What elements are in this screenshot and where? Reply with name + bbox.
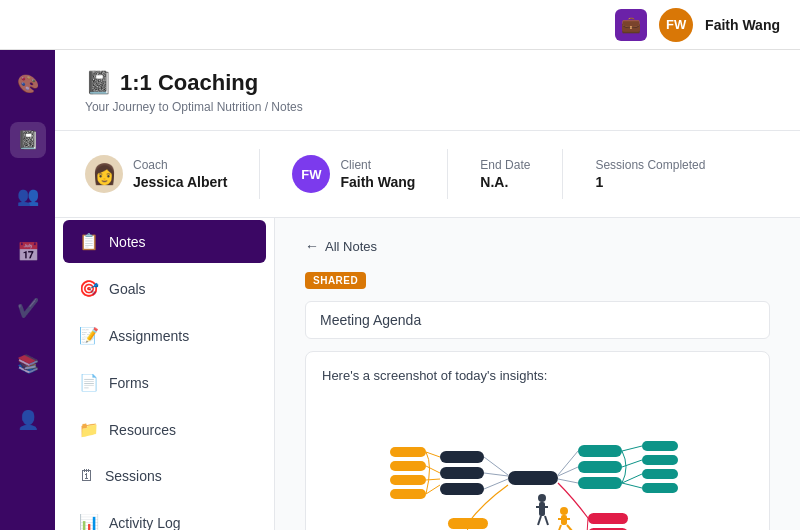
nav-item-activity-log[interactable]: 📊 Activity Log — [63, 501, 266, 530]
coach-avatar: 👩 — [85, 155, 123, 193]
svg-line-43 — [558, 525, 561, 530]
nav-item-sessions[interactable]: 🗓 Sessions — [63, 455, 266, 497]
client-block: FW Client Faith Wang — [292, 155, 415, 193]
nav-item-assignments[interactable]: 📝 Assignments — [63, 314, 266, 357]
svg-rect-8 — [390, 461, 426, 471]
svg-rect-1 — [440, 451, 484, 463]
svg-line-5 — [484, 473, 508, 476]
svg-rect-15 — [578, 445, 622, 457]
svg-rect-22 — [642, 455, 678, 465]
sidebar-icon-users[interactable]: 👥 — [10, 178, 46, 214]
nav-item-forms[interactable]: 📄 Forms — [63, 361, 266, 404]
note-body-box: Here's a screenshot of today's insights: — [305, 351, 770, 530]
svg-line-44 — [567, 525, 572, 530]
svg-rect-9 — [390, 475, 426, 485]
back-label: All Notes — [325, 239, 377, 254]
svg-rect-36 — [539, 502, 545, 516]
svg-line-20 — [558, 479, 578, 483]
page-title-icon: 📓 — [85, 70, 112, 96]
nav-item-resources[interactable]: 📁 Resources — [63, 408, 266, 451]
page-header: 📓 1:1 Coaching Your Journey to Optimal N… — [55, 50, 800, 131]
svg-line-28 — [622, 483, 642, 488]
end-date-block: End Date N.A. — [480, 158, 530, 190]
shared-badge: SHARED — [305, 272, 366, 289]
back-link[interactable]: ← All Notes — [305, 238, 770, 254]
client-avatar: FW — [292, 155, 330, 193]
goals-icon: 🎯 — [79, 279, 99, 298]
svg-line-12 — [426, 466, 440, 473]
notes-content: ← All Notes SHARED Meeting Agenda Here's… — [275, 218, 800, 530]
nav-label-sessions: Sessions — [105, 468, 162, 484]
nav-label-assignments: Assignments — [109, 328, 189, 344]
page-title: 📓 1:1 Coaching — [85, 70, 770, 96]
svg-line-13 — [426, 479, 440, 480]
svg-line-38 — [538, 516, 541, 525]
svg-point-35 — [538, 494, 546, 502]
client-info: Client Faith Wang — [340, 158, 415, 190]
briefcase-icon[interactable]: 💼 — [615, 9, 647, 41]
svg-rect-7 — [390, 447, 426, 457]
note-body-text: Here's a screenshot of today's insights: — [322, 368, 753, 383]
svg-line-4 — [484, 457, 508, 475]
notes-icon: 📋 — [79, 232, 99, 251]
sidebar-icon-checklist[interactable]: ✔️ — [10, 290, 46, 326]
sidebar-icon-person[interactable]: 👤 — [10, 402, 46, 438]
svg-rect-2 — [440, 467, 484, 479]
resources-icon: 📁 — [79, 420, 99, 439]
breadcrumb: Your Journey to Optimal Nutrition / Note… — [85, 100, 770, 114]
svg-rect-16 — [578, 461, 622, 473]
divider-3 — [562, 149, 563, 199]
nav-label-forms: Forms — [109, 375, 149, 391]
coach-block: 👩 Coach Jessica Albert — [85, 155, 227, 193]
nav-item-goals[interactable]: 🎯 Goals — [63, 267, 266, 310]
svg-rect-0 — [508, 471, 558, 485]
topbar-right: 💼 FW Faith Wang — [615, 8, 780, 42]
sessions-block: Sessions Completed 1 — [595, 158, 705, 190]
divider-2 — [447, 149, 448, 199]
forms-icon: 📄 — [79, 373, 99, 392]
svg-line-39 — [545, 516, 548, 525]
sidebar-icon-palette[interactable]: 🎨 — [10, 66, 46, 102]
note-title[interactable]: Meeting Agenda — [305, 301, 770, 339]
svg-rect-10 — [390, 489, 426, 499]
svg-rect-24 — [642, 483, 678, 493]
user-avatar: FW — [659, 8, 693, 42]
svg-rect-21 — [642, 441, 678, 451]
topbar: 💼 FW Faith Wang — [0, 0, 800, 50]
coach-info: Coach Jessica Albert — [133, 158, 227, 190]
sidebar-icon-books[interactable]: 📚 — [10, 346, 46, 382]
nav-label-notes: Notes — [109, 234, 146, 250]
nav-label-activity-log: Activity Log — [109, 515, 181, 531]
sessions-icon: 🗓 — [79, 467, 95, 485]
svg-rect-23 — [642, 469, 678, 479]
nav-label-goals: Goals — [109, 281, 146, 297]
notes-content-area: ← All Notes SHARED Meeting Agenda Here's… — [275, 218, 800, 530]
nav-item-notes[interactable]: 📋 Notes — [63, 220, 266, 263]
assignments-icon: 📝 — [79, 326, 99, 345]
svg-rect-29 — [588, 513, 628, 524]
left-sidebar: 🎨 📓 👥 📅 ✔️ 📚 👤 — [0, 50, 55, 530]
nav-label-resources: Resources — [109, 422, 176, 438]
svg-line-25 — [622, 446, 642, 451]
svg-rect-3 — [440, 483, 484, 495]
svg-point-40 — [560, 507, 568, 515]
divider-1 — [259, 149, 260, 199]
back-arrow-icon: ← — [305, 238, 319, 254]
sidebar-icon-calendar[interactable]: 📅 — [10, 234, 46, 270]
main-layout: 🎨 📓 👥 📅 ✔️ 📚 👤 📓 1:1 Coaching Your Journ… — [0, 50, 800, 530]
topbar-username: Faith Wang — [705, 17, 780, 33]
mindmap-visualization — [322, 395, 753, 530]
activity-log-icon: 📊 — [79, 513, 99, 530]
svg-rect-17 — [578, 477, 622, 489]
sidebar-icon-notebook[interactable]: 📓 — [10, 122, 46, 158]
secondary-sidebar: 📋 Notes 🎯 Goals 📝 Assignments 📄 Forms 📁 — [55, 218, 275, 530]
client-info-row: 👩 Coach Jessica Albert FW Client Faith W… — [55, 131, 800, 218]
